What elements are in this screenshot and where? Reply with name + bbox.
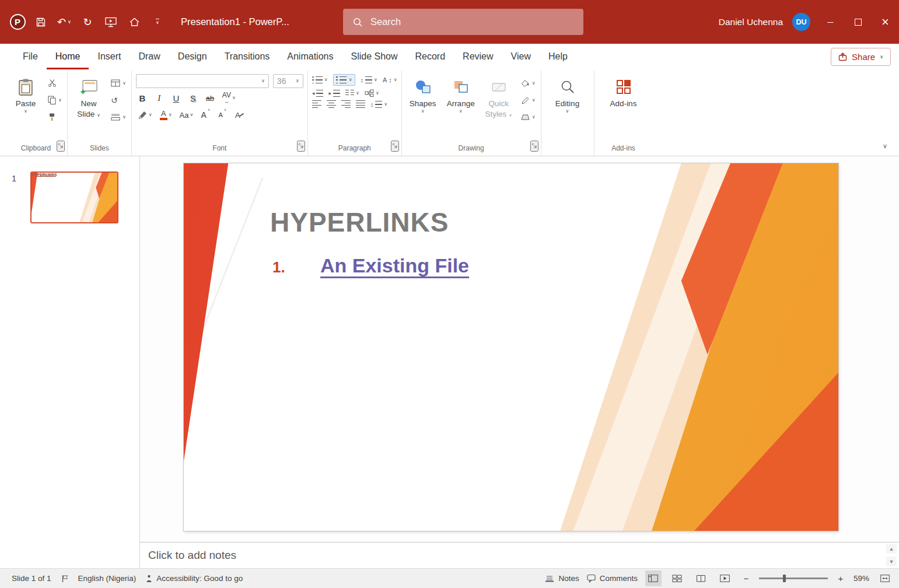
- zoom-level-button[interactable]: 59%: [853, 574, 869, 583]
- slideshow-view-button[interactable]: [717, 570, 733, 586]
- convert-to-smartart-button[interactable]: ∨: [365, 89, 379, 97]
- next-slide-button[interactable]: ▼: [886, 556, 897, 566]
- align-right-button[interactable]: [341, 100, 351, 108]
- font-name-combobox[interactable]: ∨: [136, 74, 269, 88]
- collapse-ribbon-button[interactable]: ∨: [883, 142, 887, 150]
- cut-button[interactable]: [47, 76, 63, 90]
- customize-quick-access-toolbar-button[interactable]: ∨: [147, 11, 168, 33]
- change-case-button[interactable]: Aa ∨: [178, 108, 195, 122]
- search-input[interactable]: [370, 16, 574, 27]
- comments-button[interactable]: Comments: [587, 574, 638, 583]
- paste-button[interactable]: Paste ∨: [9, 74, 43, 114]
- tab-insert[interactable]: Insert: [89, 44, 130, 69]
- share-button[interactable]: Share ∨: [831, 48, 891, 66]
- slide-layout-button[interactable]: ∨: [110, 76, 127, 90]
- decrease-font-size-button[interactable]: A∨: [216, 108, 229, 122]
- tab-record[interactable]: Record: [407, 44, 454, 69]
- shape-fill-button[interactable]: ∨: [520, 76, 537, 90]
- shape-outline-button[interactable]: ∨: [520, 93, 537, 107]
- arrange-button[interactable]: Arrange ∨: [444, 74, 478, 114]
- addins-button[interactable]: Add-ins: [607, 74, 641, 109]
- redo-button[interactable]: ↻: [77, 11, 98, 33]
- search-bar[interactable]: [343, 9, 583, 35]
- undo-button[interactable]: ↶∨: [54, 11, 75, 33]
- decrease-indent-button[interactable]: ◀: [312, 90, 324, 97]
- underline-button[interactable]: U: [170, 91, 183, 105]
- tab-draw[interactable]: Draw: [130, 44, 169, 69]
- close-button[interactable]: ×: [872, 0, 899, 44]
- increase-indent-button[interactable]: ▶: [328, 90, 340, 97]
- slide-thumbnail[interactable]: HYPERLINKS 1. An Existing File: [30, 172, 118, 223]
- editing-button[interactable]: Editing ∨: [551, 74, 585, 114]
- user-name[interactable]: Daniel Uchenna: [719, 17, 783, 27]
- powerpoint-logo-icon[interactable]: P: [7, 11, 28, 33]
- home-button[interactable]: [124, 11, 145, 33]
- italic-button[interactable]: I: [153, 91, 166, 105]
- notes-placeholder[interactable]: Click to add notes: [148, 549, 236, 562]
- slide-title[interactable]: HYPERLINKS: [270, 206, 449, 238]
- tab-design[interactable]: Design: [169, 44, 216, 69]
- proofing-status-button[interactable]: [61, 575, 68, 583]
- slide[interactable]: HYPERLINKS 1. An Existing File: [184, 163, 838, 531]
- zoom-out-button[interactable]: −: [741, 573, 751, 583]
- notes-pane[interactable]: Click to add notes: [140, 542, 899, 568]
- increase-font-size-button[interactable]: A∧: [199, 108, 212, 122]
- tab-help[interactable]: Help: [540, 44, 576, 69]
- tab-review[interactable]: Review: [454, 44, 502, 69]
- zoom-slider-thumb[interactable]: [783, 575, 786, 582]
- text-highlight-color-button[interactable]: ∨: [136, 108, 154, 122]
- maximize-button[interactable]: [844, 0, 872, 44]
- slide-list-item[interactable]: 1. An Existing File: [272, 254, 469, 277]
- slide-indicator[interactable]: Slide 1 of 1: [12, 574, 51, 583]
- strikethrough-button[interactable]: ab: [204, 91, 216, 105]
- new-slide-button[interactable]: New Slide ∨: [72, 74, 106, 119]
- tab-transitions[interactable]: Transitions: [216, 44, 279, 69]
- reading-view-button[interactable]: [693, 570, 709, 586]
- slideshow-from-beginning-button[interactable]: [100, 11, 121, 33]
- tab-animations[interactable]: Animations: [278, 44, 342, 69]
- hyperlink-text[interactable]: An Existing File: [320, 254, 469, 277]
- tab-file[interactable]: File: [14, 44, 47, 69]
- font-size-combobox[interactable]: 36∨: [273, 74, 303, 88]
- tab-home[interactable]: Home: [47, 44, 89, 69]
- columns-button[interactable]: ∨: [345, 90, 359, 97]
- minimize-button[interactable]: ─: [817, 0, 844, 44]
- font-color-button[interactable]: A ∨: [158, 108, 174, 122]
- font-dialog-launcher[interactable]: [297, 141, 305, 152]
- clipboard-dialog-launcher[interactable]: [57, 141, 65, 152]
- section-button[interactable]: ∨: [110, 110, 127, 124]
- line-spacing-button[interactable]: ↕∨: [361, 76, 377, 83]
- slide-canvas[interactable]: HYPERLINKS 1. An Existing File: [140, 156, 899, 542]
- avatar[interactable]: DU: [792, 13, 810, 31]
- numbering-button[interactable]: [336, 76, 347, 83]
- notes-toggle-button[interactable]: Notes: [545, 574, 579, 583]
- tab-view[interactable]: View: [502, 44, 540, 69]
- paragraph-dialog-launcher[interactable]: [391, 141, 399, 152]
- shape-effects-button[interactable]: ∨: [520, 110, 537, 124]
- numbering-dropdown[interactable]: ∨: [349, 78, 352, 82]
- slide-sorter-view-button[interactable]: [669, 570, 685, 586]
- bold-button[interactable]: B: [136, 91, 149, 105]
- quick-styles-button[interactable]: Quick Styles ∨: [482, 74, 516, 119]
- align-center-button[interactable]: [327, 100, 336, 108]
- copy-button[interactable]: ∨: [47, 93, 63, 107]
- zoom-in-button[interactable]: +: [835, 573, 846, 583]
- accessibility-checker-button[interactable]: Accessibility: Good to go: [146, 574, 243, 583]
- tab-slide-show[interactable]: Slide Show: [342, 44, 406, 69]
- language-button[interactable]: English (Nigeria): [78, 574, 137, 583]
- drawing-dialog-launcher[interactable]: [530, 141, 538, 152]
- align-left-button[interactable]: [312, 100, 321, 108]
- text-direction-button[interactable]: A↕∨: [383, 76, 397, 83]
- justify-button[interactable]: [356, 100, 365, 108]
- shapes-button[interactable]: Shapes ∨: [406, 74, 440, 114]
- fit-slide-to-window-button[interactable]: [877, 570, 893, 586]
- reset-slide-button[interactable]: ↺: [110, 93, 127, 107]
- format-painter-button[interactable]: [47, 110, 63, 124]
- save-button[interactable]: [30, 11, 51, 33]
- normal-view-button[interactable]: [645, 570, 662, 586]
- align-text-button[interactable]: ↕∨: [370, 101, 387, 108]
- previous-slide-button[interactable]: ▲: [886, 544, 897, 554]
- character-spacing-button[interactable]: AV↔ ∨: [221, 91, 237, 105]
- clear-formatting-button[interactable]: A: [233, 108, 246, 122]
- text-shadow-button[interactable]: S: [187, 91, 200, 105]
